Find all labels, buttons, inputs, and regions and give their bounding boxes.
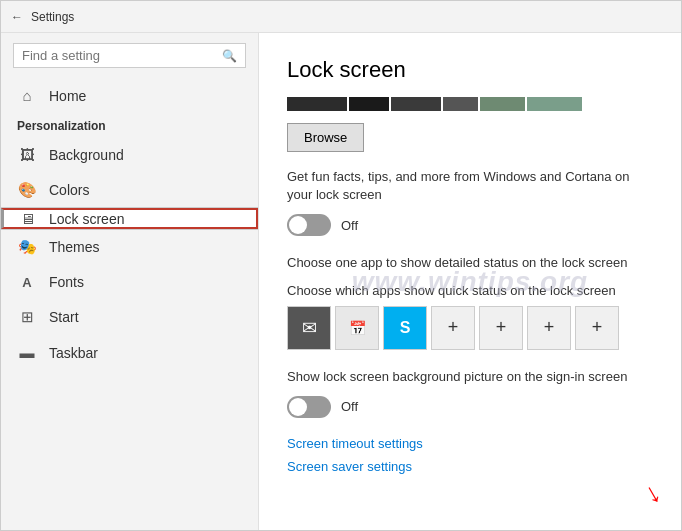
sidebar-taskbar-label: Taskbar	[49, 345, 98, 361]
signin-toggle-label: Off	[341, 399, 358, 414]
main-layout: 🔍 ⌂ Home Personalization 🖼 Background 🎨 …	[1, 33, 681, 530]
sidebar-item-fonts[interactable]: A Fonts	[1, 265, 258, 299]
quick-status-heading: Choose which apps show quick status on t…	[287, 283, 653, 298]
bg-swatch-6	[527, 97, 582, 111]
skype-letter: S	[400, 319, 411, 337]
app-icon-mail[interactable]: ✉	[287, 306, 331, 350]
app-icons-row: ✉ 📅 S + + + +	[287, 306, 653, 350]
search-icon: 🔍	[222, 49, 237, 63]
signin-description: Show lock screen background picture on t…	[287, 368, 653, 386]
colors-icon: 🎨	[17, 181, 37, 199]
sidebar-item-taskbar[interactable]: ▬ Taskbar	[1, 335, 258, 370]
app-icon-skype[interactable]: S	[383, 306, 427, 350]
bg-swatch-4	[443, 97, 478, 111]
lockscreen-icon: 🖥	[17, 210, 37, 227]
bg-swatch-3	[391, 97, 441, 111]
search-box[interactable]: 🔍	[13, 43, 246, 68]
sidebar-item-lockscreen[interactable]: 🖥 Lock screen	[1, 208, 258, 229]
app-icon-plus-4[interactable]: +	[575, 306, 619, 350]
title-bar-label: Settings	[31, 10, 74, 24]
start-icon: ⊞	[17, 308, 37, 326]
sidebar-item-home[interactable]: ⌂ Home	[1, 78, 258, 113]
back-button[interactable]: ←	[11, 10, 23, 24]
home-icon: ⌂	[17, 87, 37, 104]
cortana-description: Get fun facts, tips, and more from Windo…	[287, 168, 653, 204]
bg-swatch-1	[287, 97, 347, 111]
content-area: www.wintips.org Lock screen Browse Get f…	[259, 33, 681, 530]
sidebar: 🔍 ⌂ Home Personalization 🖼 Background 🎨 …	[1, 33, 259, 530]
signin-toggle[interactable]	[287, 396, 331, 418]
sidebar-colors-label: Colors	[49, 182, 89, 198]
page-title: Lock screen	[287, 57, 653, 83]
search-input[interactable]	[22, 48, 222, 63]
browse-button[interactable]: Browse	[287, 123, 364, 152]
cortana-toggle[interactable]	[287, 214, 331, 236]
screen-timeout-link[interactable]: Screen timeout settings	[287, 436, 653, 451]
fonts-icon: A	[17, 275, 37, 290]
app-icon-plus-3[interactable]: +	[527, 306, 571, 350]
bg-preview	[287, 97, 653, 111]
bg-swatch-5	[480, 97, 525, 111]
sidebar-lockscreen-label: Lock screen	[49, 211, 124, 227]
sidebar-section-personalization: Personalization	[1, 113, 258, 137]
detailed-status-desc: Choose one app to show detailed status o…	[287, 254, 653, 272]
bg-swatch-2	[349, 97, 389, 111]
cortana-toggle-knob	[289, 216, 307, 234]
taskbar-icon: ▬	[17, 344, 37, 361]
sidebar-background-label: Background	[49, 147, 124, 163]
cortana-toggle-row: Off	[287, 214, 653, 236]
background-icon: 🖼	[17, 146, 37, 163]
app-icon-plus-1[interactable]: +	[431, 306, 475, 350]
sidebar-themes-label: Themes	[49, 239, 100, 255]
screen-saver-link[interactable]: Screen saver settings	[287, 459, 653, 474]
signin-toggle-row: Off	[287, 396, 653, 418]
sidebar-item-background[interactable]: 🖼 Background	[1, 137, 258, 172]
app-icon-plus-2[interactable]: +	[479, 306, 523, 350]
sidebar-item-colors[interactable]: 🎨 Colors	[1, 172, 258, 208]
signin-toggle-knob	[289, 398, 307, 416]
arrow-annotation: ↑	[640, 479, 668, 514]
app-icon-calendar[interactable]: 📅	[335, 306, 379, 350]
sidebar-item-themes[interactable]: 🎭 Themes	[1, 229, 258, 265]
themes-icon: 🎭	[17, 238, 37, 256]
cortana-toggle-label: Off	[341, 218, 358, 233]
sidebar-item-start[interactable]: ⊞ Start	[1, 299, 258, 335]
sidebar-home-label: Home	[49, 88, 86, 104]
sidebar-fonts-label: Fonts	[49, 274, 84, 290]
title-bar: ← Settings	[1, 1, 681, 33]
sidebar-start-label: Start	[49, 309, 79, 325]
